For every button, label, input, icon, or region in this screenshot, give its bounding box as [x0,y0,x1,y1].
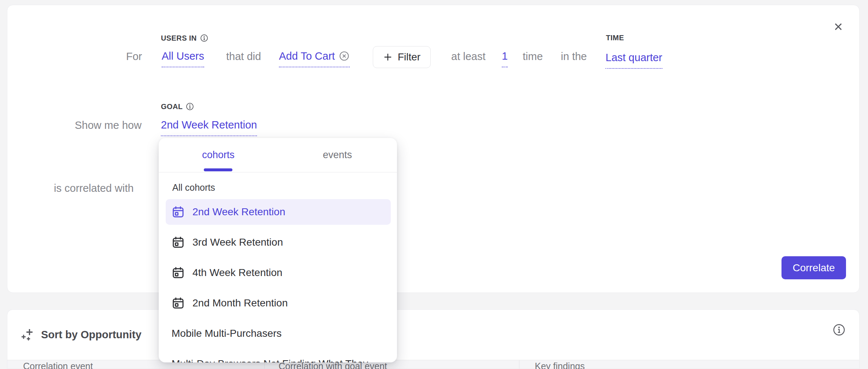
results-panel: Sort by Opportunity Correlation event Co… [7,309,860,369]
column-header-correlation-with-goal: Correlation with goal event [279,361,387,369]
calendar-icon [172,205,185,219]
users-in-label: USERS IN [161,34,208,42]
goal-label: GOAL [161,102,194,111]
info-icon[interactable] [833,324,845,336]
calendar-icon [172,266,185,279]
add-filter-label: Filter [398,51,420,63]
users-in-label-text: USERS IN [161,34,197,42]
query-builder-card: For USERS IN All Users that did Add To C… [7,5,860,293]
dropdown-tabs: cohorts events [159,138,397,172]
calendar-icon [172,236,185,249]
list-item[interactable]: 4th Week Retention [166,260,391,286]
active-tab-indicator [204,168,232,171]
column-divider [519,360,519,369]
correlate-button[interactable]: Correlate [781,256,846,279]
tab-events[interactable]: events [278,138,397,172]
sort-by-opportunity-label: Sort by Opportunity [41,329,141,341]
show-me-how-word: Show me how [75,119,141,131]
list-item[interactable]: Multi-Day Browsers Not Finding What They [166,351,391,362]
goal-label-text: GOAL [161,103,183,110]
that-did-word: that did [226,51,261,63]
list-item[interactable]: 2nd Month Retention [166,290,391,316]
list-item-label: 2nd Month Retention [192,297,288,309]
correlation-builder-page: For USERS IN All Users that did Add To C… [0,0,868,369]
list-item-label: 4th Week Retention [192,267,282,279]
for-word: For [126,51,142,63]
results-table-header-row: Correlation event Correlation with goal … [7,360,859,369]
list-item[interactable]: Mobile Multi-Purchasers [166,321,391,346]
event-selector[interactable]: Add To Cart [279,50,350,67]
column-header-key-findings: Key findings [535,361,585,369]
remove-event-icon[interactable] [339,51,350,61]
cohort-selector[interactable]: All Users [162,50,204,67]
list-item-label: 3rd Week Retention [192,236,283,248]
tab-cohorts[interactable]: cohorts [159,138,278,172]
list-item-label: Mobile Multi-Purchasers [172,328,282,339]
event-selector-label: Add To Cart [279,50,335,62]
time-label: TIME [606,34,624,41]
close-icon[interactable] [833,21,844,32]
time-range-selector[interactable]: Last quarter [606,52,662,69]
count-selector[interactable]: 1 [502,50,508,67]
goal-selector[interactable]: 2nd Week Retention [161,119,257,136]
at-least-word: at least [451,51,486,63]
cohorts-section-label: All cohorts [172,182,391,193]
plus-icon [383,52,393,62]
add-filter-button[interactable]: Filter [373,46,431,68]
info-icon[interactable] [200,34,208,42]
sort-by-opportunity-button[interactable]: Sort by Opportunity [7,310,859,360]
time-word: time [523,51,543,63]
info-icon[interactable] [186,102,194,111]
list-item-label: Multi-Day Browsers Not Finding What They [172,358,368,362]
sparkle-plus-icon [21,328,35,342]
list-item[interactable]: 2nd Week Retention [166,199,391,225]
list-item[interactable]: 3rd Week Retention [166,230,391,255]
calendar-icon [172,297,185,310]
dropdown-list: All cohorts 2nd Week Retention 3rd We [159,172,397,362]
column-header-correlation-event: Correlation event [23,361,93,369]
in-the-word: in the [561,51,587,63]
list-item-label: 2nd Week Retention [192,206,285,218]
goal-picker-dropdown: cohorts events All cohorts 2nd Week Rete… [159,138,397,362]
is-correlated-with-word: is correlated with [54,182,134,194]
